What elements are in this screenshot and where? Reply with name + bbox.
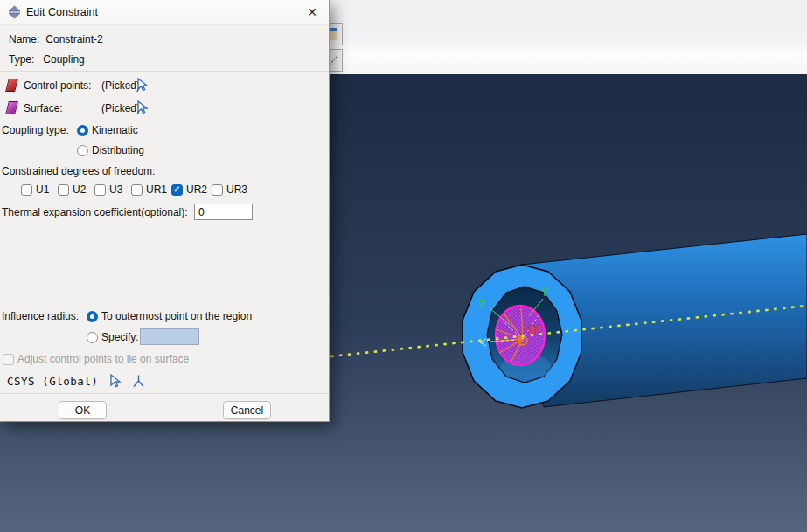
edit-constraint-dialog: Edit Constraint ✕ Name: Constraint-2 Typ… (0, 0, 330, 422)
name-value: Constraint-2 (45, 33, 102, 45)
radio-distributing-label[interactable]: Distributing (92, 144, 144, 156)
name-label: Name: (9, 33, 39, 45)
edit-selection-cursor-icon[interactable] (136, 100, 150, 115)
checkbox-ur1[interactable] (131, 184, 143, 196)
csys-datum-triad-icon[interactable] (131, 374, 146, 389)
application-window: RP Y Z Edit Constraint ✕ (0, 0, 807, 532)
type-value: Coupling (43, 53, 84, 66)
influence-specify-input[interactable] (140, 328, 199, 345)
checkbox-u1[interactable] (21, 184, 32, 196)
influence-radius-label: Influence radius: (2, 310, 79, 322)
toolbar-icon-partial-1 (329, 28, 337, 40)
checkbox-u2-label[interactable]: U2 (73, 183, 86, 196)
divider (0, 393, 329, 394)
checkbox-u3[interactable] (94, 184, 106, 196)
dialog-titlebar[interactable]: Edit Constraint ✕ (0, 0, 329, 25)
checkbox-adjust-control-points[interactable] (3, 354, 14, 365)
radio-distributing[interactable] (77, 145, 88, 156)
ok-button[interactable]: OK (59, 401, 107, 419)
ok-button-label: OK (75, 404, 90, 417)
axis-y-label: Y (541, 286, 548, 299)
cancel-button-label: Cancel (231, 404, 263, 417)
checkbox-ur3[interactable] (212, 184, 223, 196)
checkbox-ur3-label[interactable]: UR3 (226, 183, 247, 196)
checkbox-u2[interactable] (58, 184, 69, 196)
radio-kinematic[interactable] (77, 125, 88, 136)
control-points-value: (Picked) (101, 79, 140, 92)
constraint-icon (7, 5, 22, 19)
divider (0, 71, 329, 72)
csys-pick-cursor-icon[interactable] (108, 374, 122, 389)
type-label: Type: (9, 53, 34, 66)
checkbox-u1-label[interactable]: U1 (36, 183, 49, 196)
surface-value: (Picked) (101, 102, 140, 114)
control-points-icon (5, 79, 18, 92)
close-icon[interactable]: ✕ (303, 4, 321, 20)
csys-label: CSYS (Global) (7, 375, 98, 388)
axis-z-label: Z (478, 297, 485, 310)
checkbox-ur2[interactable] (171, 184, 183, 196)
checkbox-u3-label[interactable]: U3 (109, 183, 122, 196)
coupling-type-label: Coupling type: (2, 124, 69, 136)
surface-label: Surface: (24, 102, 63, 114)
checkbox-ur2-label[interactable]: UR2 (186, 183, 207, 196)
rp-label: RP (528, 324, 540, 336)
dof-section-label: Constrained degrees of freedom: (2, 165, 155, 177)
control-points-label: Control points: (24, 79, 91, 92)
edit-selection-cursor-icon[interactable] (136, 78, 150, 93)
cancel-button[interactable]: Cancel (223, 401, 271, 419)
radio-kinematic-label[interactable]: Kinematic (92, 124, 138, 136)
surface-icon (5, 101, 18, 114)
pencil-icon (329, 54, 337, 66)
radio-outermost[interactable] (87, 311, 98, 322)
radio-outermost-label[interactable]: To outermost point on the region (101, 310, 252, 322)
checkbox-ur1-label[interactable]: UR1 (146, 183, 167, 196)
thermal-coefficient-input[interactable] (194, 204, 253, 220)
radio-specify[interactable] (87, 332, 98, 343)
thermal-coefficient-label: Thermal expansion coefficient(optional): (2, 206, 188, 218)
checkbox-adjust-label: Adjust control points to lie on surface (17, 353, 189, 365)
radio-specify-label[interactable]: Specify: (101, 331, 139, 343)
dialog-title: Edit Constraint (26, 6, 98, 18)
